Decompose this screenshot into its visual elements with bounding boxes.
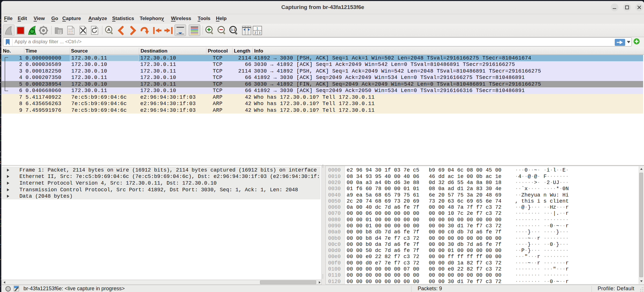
svg-text:2: 2 [254, 31, 256, 35]
svg-text:1: 1 [256, 27, 258, 30]
svg-text:0111: 0111 [68, 32, 73, 35]
svg-text:3: 3 [259, 31, 261, 35]
svg-text:A: A [107, 27, 110, 32]
svg-text:1:1: 1:1 [231, 28, 235, 31]
